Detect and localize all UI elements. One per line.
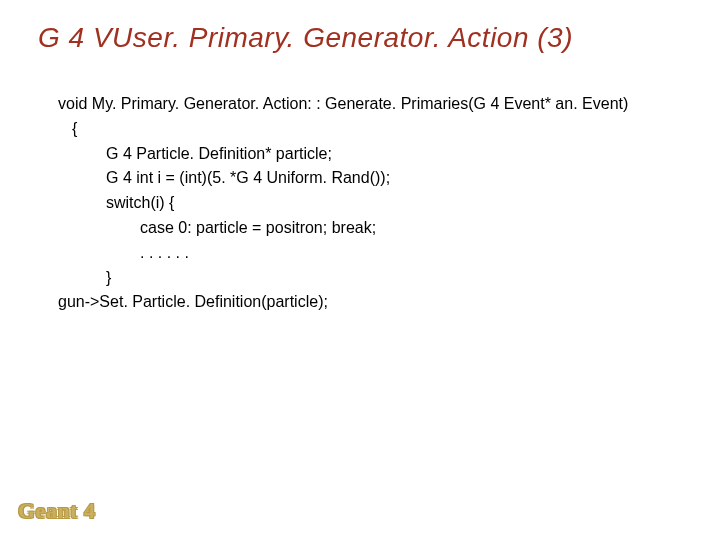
code-line: G 4 Particle. Definition* particle; bbox=[58, 142, 720, 167]
code-line: gun->Set. Particle. Definition(particle)… bbox=[58, 290, 720, 315]
footer-logo: Geant 4 bbox=[18, 498, 95, 524]
slide-title: G 4 VUser. Primary. Generator. Action (3… bbox=[0, 0, 720, 54]
code-line: . . . . . . bbox=[58, 241, 720, 266]
code-line: switch(i) { bbox=[58, 191, 720, 216]
code-line: void My. Primary. Generator. Action: : G… bbox=[58, 92, 720, 117]
code-line: { bbox=[58, 117, 720, 142]
code-line: case 0: particle = positron; break; bbox=[58, 216, 720, 241]
code-line: } bbox=[58, 266, 720, 291]
code-block: void My. Primary. Generator. Action: : G… bbox=[0, 54, 720, 315]
code-line: G 4 int i = (int)(5. *G 4 Uniform. Rand(… bbox=[58, 166, 720, 191]
